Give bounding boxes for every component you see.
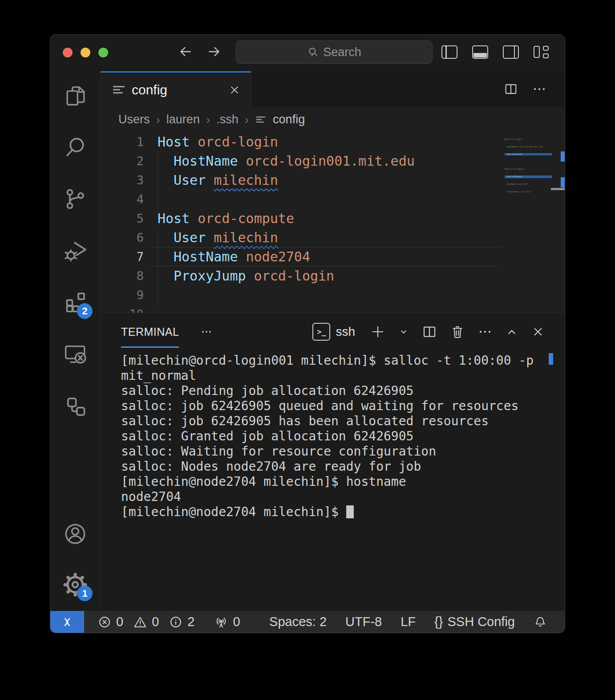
problems-status[interactable]: 0 0 2: [97, 615, 194, 629]
back-arrow-icon[interactable]: [178, 44, 194, 60]
terminal-actions: >_ ssh: [312, 323, 545, 341]
vscode-window: Search 2: [50, 35, 565, 633]
terminal-line: node2704: [121, 489, 565, 505]
code-line[interactable]: 8 ProxyJumporcd-login: [101, 266, 565, 285]
terminal-line: salloc: job 62426905 queued and waiting …: [121, 399, 565, 414]
config-file-icon: [256, 117, 266, 123]
terminal-panel: TERMINAL >_ ssh: [101, 313, 565, 611]
forward-arrow-icon[interactable]: [206, 44, 222, 60]
minimap-line: node2704: [518, 183, 527, 185]
code-keyword: Host: [158, 134, 190, 150]
tab-config[interactable]: config: [101, 71, 251, 107]
minimap-line: ProxyJump: [507, 191, 518, 193]
code-keyword: ProxyJump: [174, 268, 246, 284]
encoding-status[interactable]: UTF-8: [345, 615, 382, 629]
terminal-line: salloc: Nodes node2704 are ready for job: [121, 459, 565, 474]
code-value: orcd-login: [254, 268, 335, 284]
code-line[interactable]: 6 Usermilechin: [101, 228, 565, 247]
code-editor[interactable]: 1 Hostorcd-login 2 HostNameorcd-login001…: [101, 132, 565, 313]
accounts-icon[interactable]: [62, 521, 88, 547]
terminal-line: salloc: Pending job allocation 62426905: [121, 383, 565, 399]
more-actions-icon[interactable]: [532, 81, 547, 97]
ports-status[interactable]: 0: [214, 615, 240, 629]
code-line[interactable]: 10: [101, 305, 565, 313]
kill-terminal-trash-icon[interactable]: [449, 324, 465, 340]
split-editor-icon[interactable]: [503, 81, 518, 97]
panel-more-actions-icon[interactable]: [477, 324, 493, 339]
panel-more-tabs-icon[interactable]: [199, 325, 214, 339]
breadcrumb-item-users[interactable]: Users: [118, 113, 150, 126]
code-line[interactable]: 4: [101, 190, 565, 209]
chevron-down-icon[interactable]: [398, 326, 409, 338]
terminal-line: salloc: job 62426905 has been allocated …: [121, 414, 565, 429]
editor-actions: [503, 71, 565, 107]
code-line[interactable]: 1 Hostorcd-login: [101, 132, 565, 151]
explorer-icon[interactable]: [62, 83, 88, 109]
tab-terminal[interactable]: TERMINAL: [121, 313, 179, 350]
code-keyword: User: [174, 172, 206, 188]
ports-count: 0: [233, 615, 240, 629]
extensions-badge: 2: [77, 303, 93, 319]
close-window-button[interactable]: [63, 48, 73, 57]
split-terminal-icon[interactable]: [421, 324, 437, 340]
minimap[interactable]: Hostorcd-login HostNameorcd-login001.mit…: [505, 133, 552, 198]
maximize-panel-chevron-up-icon[interactable]: [505, 325, 519, 339]
chevron-right-icon: ›: [156, 113, 160, 127]
settings-gear-icon[interactable]: 1: [62, 572, 88, 598]
extensions-icon[interactable]: 2: [62, 289, 88, 315]
code-line[interactable]: 3 Usermilechin: [101, 171, 565, 190]
minimap-line: Host: [505, 168, 510, 170]
terminal-scrollbar-thumb[interactable]: [549, 353, 553, 365]
warning-icon: [133, 615, 147, 629]
minimap-line: orcd-login001.mit.edu: [518, 146, 543, 148]
terminal-output[interactable]: [milechin@orcd-login001 milechin]$ sallo…: [101, 350, 565, 520]
minimap-line: HostName: [507, 146, 517, 148]
code-line[interactable]: 5 Hostorcd-compute: [101, 209, 565, 228]
minimize-window-button[interactable]: [81, 48, 90, 57]
terminal-line: mit_normal: [121, 368, 565, 383]
zoom-window-button[interactable]: [98, 48, 108, 57]
status-right-group: Spaces: 2 UTF-8 LF {} SSH Config: [269, 615, 565, 629]
activity-bar: 2 1: [50, 71, 101, 611]
search-input[interactable]: Search: [236, 41, 433, 64]
code-line[interactable]: 2 HostNameorcd-login001.mit.edu: [101, 151, 565, 171]
terminal-icon: >_: [312, 323, 330, 341]
overview-ruler-mark: [561, 151, 565, 162]
code-line[interactable]: 9: [101, 285, 565, 305]
close-tab-icon[interactable]: [228, 83, 241, 97]
toggle-primary-sidebar-icon[interactable]: [441, 45, 457, 59]
warning-count: 0: [152, 615, 159, 629]
source-control-icon[interactable]: [62, 186, 88, 212]
run-debug-icon[interactable]: [62, 238, 88, 264]
error-count: 0: [116, 615, 123, 629]
search-placeholder: Search: [323, 45, 361, 59]
info-icon: [169, 615, 183, 629]
breadcrumb-item-lauren[interactable]: lauren: [166, 113, 200, 126]
close-panel-icon[interactable]: [531, 325, 545, 339]
new-terminal-icon[interactable]: [370, 324, 386, 340]
line-number: 7: [101, 247, 144, 266]
toggle-secondary-sidebar-icon[interactable]: [503, 45, 519, 59]
remote-indicator[interactable]: [50, 611, 84, 633]
shell-session[interactable]: >_ ssh: [312, 323, 355, 341]
breadcrumb-item-ssh[interactable]: .ssh: [216, 113, 239, 126]
language-mode-label: SSH Config: [447, 615, 515, 629]
remote-explorer-icon[interactable]: [62, 341, 88, 367]
eol-status[interactable]: LF: [401, 615, 416, 629]
status-bar: 0 0 2 0 Spaces: 2 UTF-8 LF {} SSH Config: [50, 611, 565, 633]
code-area: 1 Hostorcd-login 2 HostNameorcd-login001…: [101, 132, 565, 313]
language-mode-status[interactable]: {} SSH Config: [434, 615, 515, 629]
hierarchy-boxes-icon[interactable]: [62, 393, 88, 419]
notifications-bell-icon[interactable]: [534, 615, 547, 629]
code-value: orcd-login001.mit.edu: [246, 153, 415, 169]
customize-layout-icon[interactable]: [534, 46, 549, 58]
tab-label: config: [132, 82, 221, 98]
traffic-lights: [63, 48, 108, 57]
minimap-highlight-line: User: [507, 153, 512, 155]
code-line-active[interactable]: 7 HostNamenode2704: [101, 247, 565, 266]
code-value-misspelled: milechin: [214, 230, 278, 245]
indentation-status[interactable]: Spaces: 2: [269, 615, 327, 629]
toggle-panel-icon[interactable]: [472, 45, 488, 59]
search-sidebar-icon[interactable]: [62, 134, 88, 160]
breadcrumb-item-config[interactable]: config: [273, 113, 305, 126]
